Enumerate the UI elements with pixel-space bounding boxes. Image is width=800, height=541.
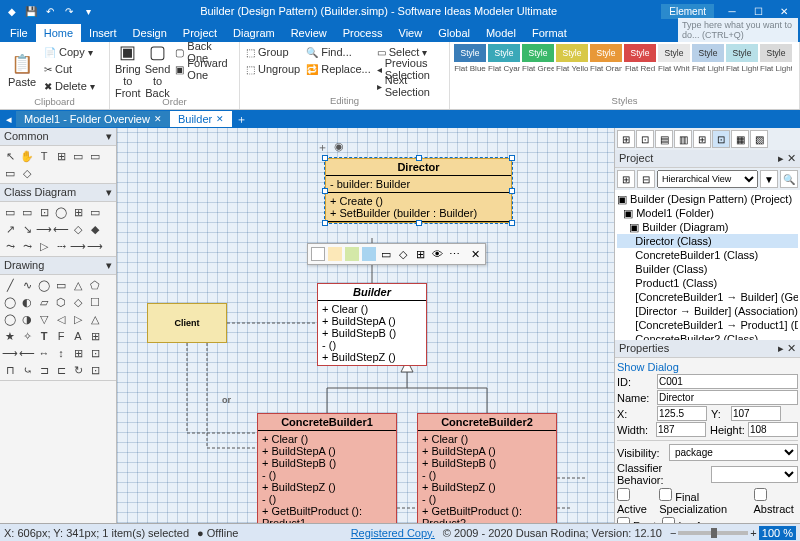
tree-item[interactable]: ▣ Builder (Diagram)	[617, 220, 798, 234]
quick-access-toolbar: ◆ 💾 ↶ ↷ ▾	[4, 3, 96, 19]
style-swatch[interactable]: Style	[658, 44, 690, 62]
ungroup-button[interactable]: ⬚Ungroup	[244, 61, 302, 77]
hand-icon[interactable]: ✋	[19, 148, 35, 164]
find-button[interactable]: 🔍Find...	[304, 44, 373, 60]
classifier-select[interactable]	[711, 466, 798, 483]
show-dialog-link[interactable]: Show Dialog	[617, 361, 679, 373]
height-field[interactable]	[748, 422, 798, 437]
tree-item[interactable]: ▣ Builder (Design Pattern) (Project)	[617, 192, 798, 206]
close-icon: ✕	[468, 247, 482, 261]
tab-review[interactable]: Review	[283, 24, 335, 42]
properties-header: Properties▸ ✕	[615, 340, 800, 358]
search-input[interactable]: Type here what you want to do... (CTRL+Q…	[678, 18, 798, 42]
x-field[interactable]	[657, 406, 707, 421]
tab-global[interactable]: Global	[430, 24, 478, 42]
undo-icon[interactable]: ↶	[42, 3, 58, 19]
forward-one-button[interactable]: ▣Forward One	[173, 61, 235, 77]
style-swatch[interactable]: Style	[692, 44, 724, 62]
view-select[interactable]: Hierarchical View	[657, 170, 758, 188]
window-title: Builder (Design Pattern) (Builder.simp) …	[96, 5, 661, 17]
tree-item[interactable]: ConcreteBuilder1 (Class)	[617, 248, 798, 262]
pointer-icon[interactable]: ↖	[2, 148, 18, 164]
send-back-button[interactable]: ▢Send to Back	[144, 44, 172, 96]
tree-item[interactable]: [Director → Builder] (Association)	[617, 304, 798, 318]
tree-item[interactable]: [ConcreteBuilder1 → Builder] (General…	[617, 290, 798, 304]
tab-view[interactable]: View	[391, 24, 431, 42]
registered-link[interactable]: Registered Copy.	[351, 527, 435, 539]
tree-item[interactable]: [ConcreteBuilder1 → Product1] (Depen…	[617, 318, 798, 332]
or-label: or	[222, 395, 231, 405]
add-tab-icon[interactable]: ＋	[232, 112, 251, 127]
tree-item[interactable]: Director (Class)	[617, 234, 798, 248]
style-swatch[interactable]: Style	[760, 44, 792, 62]
replace-button[interactable]: 🔁Replace...	[304, 61, 373, 77]
save-icon[interactable]: 💾	[23, 3, 39, 19]
doctab-builder[interactable]: Builder✕	[170, 111, 232, 127]
tab-file[interactable]: File	[2, 24, 36, 42]
style-swatch[interactable]: Style	[726, 44, 758, 62]
uml-concretebuilder2[interactable]: ConcreteBuilder2 + Clear ()+ BuildStepA …	[417, 413, 557, 523]
diagram-canvas[interactable]: ＋◉ Client Director - builder: Builder + …	[117, 128, 614, 523]
statusbar: X: 606px; Y: 341px; 1 item(s) selected ●…	[0, 523, 800, 541]
document-tabs: ◂ Model1 - Folder Overview✕ Builder✕ ＋	[0, 110, 800, 128]
style-swatch[interactable]: Style	[454, 44, 486, 62]
next-sel-button[interactable]: ▸Next Selection	[375, 78, 445, 94]
delete-button[interactable]: ✖Delete▾	[42, 78, 97, 94]
tree-item[interactable]: Builder (Class)	[617, 262, 798, 276]
redo-icon[interactable]: ↷	[61, 3, 77, 19]
bring-front-button[interactable]: ▣Bring to Front	[114, 44, 142, 96]
name-field[interactable]	[657, 390, 798, 405]
zoom-slider[interactable]: −+ 100 %	[670, 526, 796, 540]
menu-tabs: File Home Insert Design Project Diagram …	[0, 22, 800, 42]
cut-button[interactable]: ✂Cut	[42, 61, 97, 77]
close-icon[interactable]: ✕	[154, 114, 162, 124]
copy-button[interactable]: 📄Copy▾	[42, 44, 97, 60]
toolbox-panel: Common▾ ↖✋T⊞▭▭ ▭◇ Class Diagram▾ ▭▭⊡◯⊞▭ …	[0, 128, 117, 523]
project-header: Project▸ ✕	[615, 150, 800, 168]
style-swatch[interactable]: Style	[590, 44, 622, 62]
tab-nav-left-icon[interactable]: ◂	[2, 113, 16, 126]
add-icon: ＋	[317, 140, 328, 155]
toolbox-drawing-header[interactable]: Drawing▾	[0, 257, 116, 275]
offline-status: ● Offline	[197, 527, 238, 539]
group-button[interactable]: ⬚Group	[244, 44, 302, 60]
mini-toolbar[interactable]: ▭◇⊞👁⋯ ✕	[307, 243, 486, 265]
style-swatch[interactable]: Style	[624, 44, 656, 62]
toolbox-class-header[interactable]: Class Diagram▾	[0, 184, 116, 202]
visibility-select[interactable]: package	[669, 444, 798, 461]
context-tab[interactable]: Element	[661, 4, 714, 19]
paste-button[interactable]: 📋Paste	[4, 44, 40, 96]
tab-home[interactable]: Home	[36, 24, 81, 42]
qat-more-icon[interactable]: ▾	[80, 3, 96, 19]
doctab-overview[interactable]: Model1 - Folder Overview✕	[16, 111, 170, 127]
copyright: © 2009 - 2020 Dusan Rodina; Version: 12.…	[443, 527, 662, 539]
style-swatch[interactable]: Style	[488, 44, 520, 62]
toolbox-common-header[interactable]: Common▾	[0, 128, 116, 146]
uml-director[interactable]: Director - builder: Builder + Create ()+…	[325, 158, 512, 223]
app-icon: ◆	[4, 3, 20, 19]
search-icon[interactable]: 🔍	[780, 170, 798, 188]
tab-diagram[interactable]: Diagram	[225, 24, 283, 42]
style-swatch[interactable]: Style	[522, 44, 554, 62]
tree-item[interactable]: Product1 (Class)	[617, 276, 798, 290]
tab-process[interactable]: Process	[335, 24, 391, 42]
tab-model[interactable]: Model	[478, 24, 524, 42]
right-toolbar[interactable]: ⊞⊡▤▥⊞⊡▦▧	[615, 128, 800, 150]
tree-item[interactable]: ConcreteBuilder2 (Class)	[617, 332, 798, 340]
canvas-actions[interactable]: ＋◉	[317, 140, 344, 155]
filter-icon[interactable]: ▼	[760, 170, 778, 188]
uml-client[interactable]: Client	[147, 303, 227, 343]
width-field[interactable]	[656, 422, 706, 437]
id-field[interactable]	[657, 374, 798, 389]
tab-format[interactable]: Format	[524, 24, 575, 42]
tree-item[interactable]: ▣ Model1 (Folder)	[617, 206, 798, 220]
y-field[interactable]	[731, 406, 781, 421]
uml-concretebuilder1[interactable]: ConcreteBuilder1 + Clear ()+ BuildStepA …	[257, 413, 397, 523]
style-swatch[interactable]: Style	[556, 44, 588, 62]
tab-insert[interactable]: Insert	[81, 24, 125, 42]
close-icon[interactable]: ✕	[216, 114, 224, 124]
tab-design[interactable]: Design	[125, 24, 175, 42]
text-icon[interactable]: T	[36, 148, 52, 164]
project-tree[interactable]: ▣ Builder (Design Pattern) (Project) ▣ M…	[615, 190, 800, 340]
uml-builder[interactable]: Builder + Clear ()+ BuildStepA ()+ Build…	[317, 283, 427, 366]
